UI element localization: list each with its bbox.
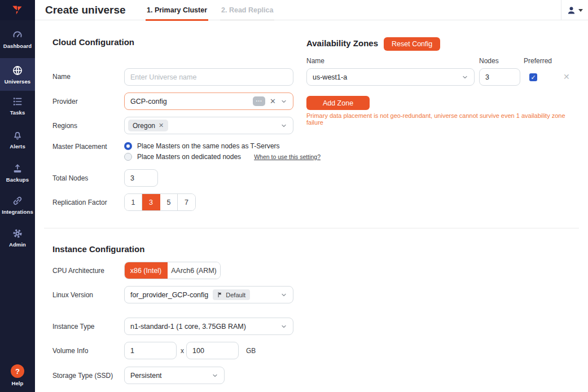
linux-version-select[interactable]: for_provider_GCP-config Default (124, 286, 293, 303)
list-icon (12, 96, 23, 107)
sidebar-item-label: Dashboard (3, 43, 32, 49)
yugabyte-logo[interactable] (0, 0, 35, 20)
top-bar: Create universe 1. Primary Cluster 2. Re… (35, 0, 588, 20)
master-placement-option-dedicated[interactable]: Place Masters on dedicated nodes When to… (124, 153, 321, 161)
question-icon: ? (11, 364, 24, 378)
chevron-down-icon (280, 122, 287, 129)
tab-primary-cluster[interactable]: 1. Primary Cluster (146, 0, 208, 20)
chevron-down-icon (462, 74, 468, 81)
replication-factor-group: 1 3 5 7 (124, 193, 196, 211)
master-placement-option-same-nodes[interactable]: Place Masters on the same nodes as T-Ser… (124, 142, 280, 150)
volume-unit: GB (246, 347, 256, 355)
radio-selected-icon[interactable] (124, 142, 132, 150)
az-preferred-checkbox[interactable]: ✓ (529, 73, 537, 81)
tab-label: 1. Primary Cluster (147, 6, 207, 14)
storage-type-label: Storage Type (SSD) (52, 372, 113, 380)
flag-icon (217, 292, 223, 298)
sidebar-item-universes[interactable]: Universes (0, 58, 35, 91)
cpu-arch-option-x86[interactable]: x86 (Intel) (125, 262, 168, 279)
provider-select[interactable]: GCP-config ... ✕ (124, 93, 293, 110)
chevron-down-icon (280, 292, 287, 298)
sidebar-item-dashboard[interactable]: Dashboard (0, 28, 35, 49)
sidebar-item-tasks[interactable]: Tasks (0, 95, 35, 116)
az-preferred-column-header: Preferred (524, 57, 552, 65)
default-badge: Default (213, 289, 250, 300)
regions-select[interactable]: Oregon ✕ (124, 117, 293, 134)
link-icon (12, 195, 23, 206)
total-nodes-input[interactable] (124, 169, 158, 187)
az-row-remove-icon[interactable]: ✕ (563, 72, 570, 81)
page-title: Create universe (45, 4, 126, 16)
sidebar-item-admin[interactable]: Admin (0, 227, 35, 248)
az-nodes-input[interactable] (479, 68, 520, 86)
section-divider (44, 228, 579, 228)
replication-factor-option-5[interactable]: 5 (160, 194, 178, 210)
az-zone-value: us-west1-a (313, 73, 347, 81)
storage-type-value: Persistent (130, 372, 162, 380)
chevron-down-icon (212, 372, 218, 379)
chevron-down-icon (578, 9, 583, 12)
chevron-down-icon (280, 323, 287, 330)
sidebar-item-integrations[interactable]: Integrations (0, 194, 35, 215)
add-zone-button[interactable]: Add Zone (306, 96, 370, 110)
instance-type-label: Instance Type (52, 323, 95, 331)
instance-type-value: n1-standard-1 (1 core, 3.75GB RAM) (130, 323, 246, 331)
replication-factor-option-7[interactable]: 7 (178, 194, 195, 210)
cpu-architecture-label: CPU Architecture (52, 267, 104, 275)
radio-option-label: Place Masters on dedicated nodes (137, 153, 241, 161)
gear-icon (12, 228, 23, 239)
radio-unselected-icon[interactable] (124, 153, 132, 161)
reset-config-button[interactable]: Reset Config (384, 37, 440, 51)
volume-separator: x (181, 347, 184, 355)
ellipsis-badge-icon[interactable]: ... (253, 96, 265, 106)
region-chip: Oregon ✕ (128, 120, 168, 131)
tab-label: 2. Read Replica (221, 6, 273, 14)
cpu-arch-option-arm[interactable]: AArch6 (ARM) (168, 262, 220, 279)
cloud-configuration-heading: Cloud Configuration (52, 37, 134, 47)
volume-count-input[interactable] (124, 342, 177, 359)
total-nodes-label: Total Nodes (52, 174, 88, 182)
replication-factor-label: Replication Factor (52, 199, 107, 206)
main-content: Cloud Configuration Name Provider GCP-co… (35, 20, 588, 392)
when-to-use-link[interactable]: When to use this setting? (254, 153, 321, 160)
default-badge-label: Default (226, 292, 245, 298)
sidebar-item-label: Help (12, 380, 24, 386)
regions-label: Regions (52, 122, 77, 130)
tab-read-replica[interactable]: 2. Read Replica (220, 0, 274, 20)
az-warning-text: Primary data placement is not geo-redund… (306, 112, 572, 126)
clear-icon[interactable]: ✕ (270, 98, 276, 105)
sidebar-item-label: Tasks (10, 109, 25, 116)
linux-version-value: for_provider_GCP-config (130, 291, 208, 299)
storage-type-select[interactable]: Persistent (124, 367, 225, 384)
az-name-column-header: Name (306, 57, 324, 65)
volume-size-input[interactable] (186, 342, 239, 359)
universe-name-input[interactable] (124, 68, 293, 86)
az-nodes-column-header: Nodes (479, 57, 499, 65)
replication-factor-option-1[interactable]: 1 (125, 194, 142, 210)
user-menu-button[interactable] (561, 0, 588, 20)
replication-factor-option-3[interactable]: 3 (142, 194, 160, 210)
chevron-down-icon (280, 98, 287, 105)
yugabyte-logo-icon (10, 3, 25, 17)
az-zone-select[interactable]: us-west1-a (306, 68, 475, 86)
region-chip-label: Oregon (133, 122, 155, 130)
bell-icon (12, 130, 23, 141)
sidebar-item-label: Backups (6, 177, 29, 183)
master-placement-label: Master Placement (52, 143, 107, 151)
cpu-architecture-group: x86 (Intel) AArch6 (ARM) (124, 262, 221, 279)
create-universe-page: Dashboard Universes Tasks Alerts (0, 0, 588, 392)
sidebar-item-backups[interactable]: Backups (0, 162, 35, 183)
linux-version-label: Linux Version (52, 291, 93, 299)
instance-type-select[interactable]: n1-standard-1 (1 core, 3.75GB RAM) (124, 318, 293, 335)
chip-remove-icon[interactable]: ✕ (159, 122, 164, 129)
radio-option-label: Place Masters on the same nodes as T-Ser… (137, 142, 280, 150)
gauge-icon (12, 29, 23, 41)
upload-icon (12, 163, 23, 174)
provider-label: Provider (52, 98, 78, 105)
availability-zones-heading: Availability Zones (306, 38, 378, 48)
sidebar-item-help[interactable]: ? Help (0, 363, 35, 386)
name-label: Name (52, 73, 71, 81)
sidebar: Dashboard Universes Tasks Alerts (0, 0, 35, 392)
globe-icon (12, 65, 23, 76)
sidebar-item-alerts[interactable]: Alerts (0, 129, 35, 149)
